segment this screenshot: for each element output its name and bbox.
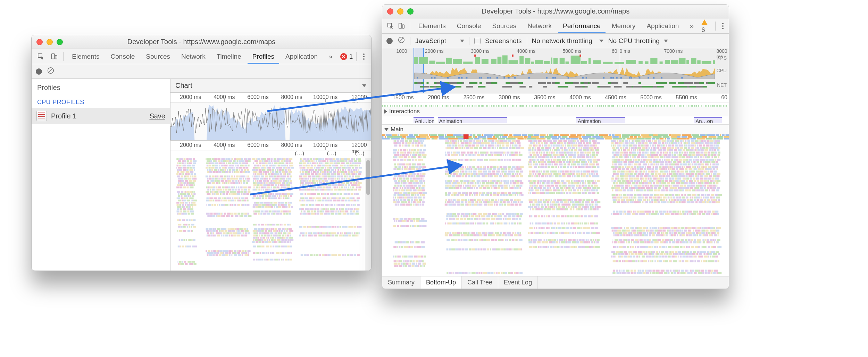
performance-overview[interactable]: 1000 2000 ms3000 ms4000 ms5000 ms600 ms7…	[382, 48, 729, 93]
cpu-throttling-select[interactable]: No CPU throttling	[608, 37, 668, 45]
save-profile-link[interactable]: Save	[149, 112, 165, 120]
screenshots-checkbox[interactable]: Screenshots	[474, 37, 522, 45]
detail-tabs: Summary Bottom-Up Call Tree Event Log	[382, 276, 729, 289]
titlebar[interactable]: Developer Tools - https://www.google.com…	[382, 5, 729, 18]
clear-button[interactable]	[398, 36, 405, 45]
svg-rect-3827	[550, 149, 551, 151]
svg-rect-849	[258, 175, 259, 177]
svg-rect-3208	[484, 180, 487, 182]
vertical-scrollbar[interactable]	[365, 158, 371, 271]
record-button[interactable]	[386, 38, 393, 44]
svg-rect-5258	[634, 177, 635, 180]
close-window-button[interactable]	[36, 39, 43, 45]
svg-rect-4438	[561, 223, 562, 225]
close-window-button[interactable]	[387, 8, 393, 15]
svg-rect-4454	[534, 227, 535, 229]
svg-rect-3906	[550, 156, 552, 158]
tab-console[interactable]: Console	[106, 49, 140, 64]
interactions-lane[interactable]: Ani…ionAnimationAnimationAn…on	[382, 116, 729, 125]
svg-rect-2480	[419, 149, 422, 151]
warning-badge[interactable]: 6	[701, 18, 712, 34]
profile-row[interactable]: Profile 1 Save	[32, 108, 170, 124]
svg-rect-3768	[542, 144, 543, 147]
tab-elements[interactable]: Elements	[414, 18, 451, 33]
tab-application[interactable]: Application	[281, 49, 323, 64]
svg-rect-5150	[631, 171, 634, 173]
svg-rect-4377	[535, 208, 536, 210]
profile-view-select[interactable]: Chart	[170, 79, 371, 93]
svg-rect-3107	[465, 171, 467, 173]
svg-rect-319	[226, 167, 227, 168]
tab-network[interactable]: Network	[523, 18, 557, 33]
tab-profiles[interactable]: Profiles	[248, 49, 279, 64]
svg-rect-1770	[331, 210, 334, 212]
svg-rect-4119	[565, 180, 565, 182]
tab-network[interactable]: Network	[176, 49, 210, 64]
detail-time-ruler[interactable]: 1500 ms2000 ms2500 ms3000 ms3500 ms4000 …	[382, 93, 729, 102]
minimize-window-button[interactable]	[47, 39, 53, 45]
kebab-menu-icon[interactable]	[360, 53, 368, 60]
svg-rect-5799	[619, 232, 623, 234]
cpu-overview-chart[interactable]	[170, 102, 371, 141]
svg-rect-397	[245, 178, 246, 180]
animation-block[interactable]: Animation	[576, 117, 625, 123]
tab-elements[interactable]: Elements	[67, 49, 104, 64]
scrollbar-thumb[interactable]	[366, 160, 370, 195]
capture-category-select[interactable]: JavaScript	[415, 37, 464, 45]
main-lane-header[interactable]: Main	[382, 125, 729, 134]
tab-timeline[interactable]: Timeline	[212, 49, 246, 64]
svg-rect-5293	[626, 180, 629, 182]
svg-rect-5068	[637, 166, 639, 168]
detail-tab-bottom-up[interactable]: Bottom-Up	[420, 276, 462, 289]
tab-console[interactable]: Console	[452, 18, 486, 33]
svg-rect-2544	[409, 166, 411, 168]
svg-rect-5607	[634, 201, 637, 203]
titlebar[interactable]: Developer Tools - https://www.google.com…	[32, 35, 371, 49]
overview-time-ruler[interactable]: 2000 ms4000 ms6000 ms8000 ms10000 ms1200…	[170, 93, 371, 102]
tab-sources[interactable]: Sources	[141, 49, 175, 64]
svg-rect-1947	[487, 77, 489, 78]
svg-rect-5094	[692, 166, 694, 168]
toggle-device-icon[interactable]	[48, 51, 60, 63]
svg-rect-5790	[701, 230, 702, 232]
detail-tab-summary[interactable]: Summary	[382, 276, 420, 289]
toggle-device-icon[interactable]	[397, 20, 406, 32]
svg-rect-1666	[327, 197, 328, 199]
svg-rect-4880	[651, 154, 654, 156]
svg-rect-3151	[503, 173, 503, 175]
inspect-element-icon[interactable]	[35, 51, 47, 63]
inspect-element-icon[interactable]	[386, 20, 395, 32]
svg-rect-4428	[535, 223, 537, 225]
svg-rect-5838	[622, 234, 623, 236]
zoom-window-button[interactable]	[407, 8, 414, 15]
tab-performance[interactable]: Performance	[558, 18, 606, 33]
animation-block[interactable]: An…on	[694, 117, 722, 123]
kebab-menu-icon[interactable]	[719, 22, 725, 30]
main-flame-chart[interactable]	[382, 134, 729, 276]
minimize-window-button[interactable]	[397, 8, 403, 15]
zoom-window-button[interactable]	[57, 39, 63, 45]
svg-rect-5419	[663, 187, 664, 189]
tab-application[interactable]: Application	[642, 18, 684, 33]
tabs-overflow[interactable]: »	[324, 49, 337, 64]
flame-time-ruler[interactable]: 2000 ms4000 ms6000 ms8000 ms10000 ms1200…	[170, 141, 371, 150]
tab-memory[interactable]: Memory	[607, 18, 641, 33]
svg-rect-3738	[533, 142, 535, 144]
overview-time-ruler[interactable]: 1000 2000 ms3000 ms4000 ms5000 ms600 ms7…	[382, 48, 729, 55]
error-badge[interactable]: ✕ 1	[340, 53, 353, 60]
tab-sources[interactable]: Sources	[487, 18, 521, 33]
animation-block[interactable]: Animation	[438, 117, 507, 123]
svg-rect-5362	[612, 185, 613, 187]
detail-tab-call-tree[interactable]: Call Tree	[462, 276, 498, 289]
clear-button[interactable]	[47, 67, 55, 76]
animation-block[interactable]: Ani…ion	[414, 117, 434, 123]
interactions-lane-header[interactable]: Interactions	[382, 107, 729, 116]
svg-rect-1242	[280, 252, 282, 254]
flame-chart[interactable]	[170, 158, 365, 271]
record-button[interactable]	[36, 68, 42, 75]
detail-tab-event-log[interactable]: Event Log	[498, 276, 538, 289]
tabs-overflow[interactable]: »	[685, 18, 699, 33]
svg-rect-2484	[400, 152, 404, 154]
network-throttling-select[interactable]: No network throttling	[532, 37, 603, 45]
svg-rect-4396	[588, 208, 589, 210]
